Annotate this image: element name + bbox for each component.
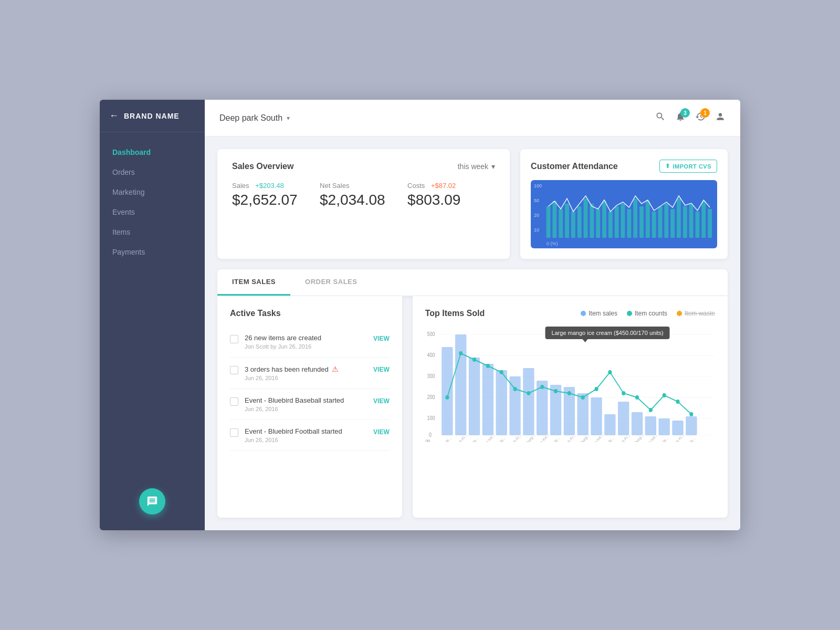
- svg-text:($): ($): [425, 439, 430, 442]
- task-title-1: 26 new items are created: [245, 334, 367, 342]
- attendance-card: Customer Attendance ⬆ IMPORT CVS 100 50 …: [520, 149, 728, 259]
- svg-rect-58: [686, 416, 697, 435]
- svg-rect-42: [469, 358, 480, 435]
- import-button[interactable]: ⬆ IMPORT CVS: [659, 160, 717, 173]
- y-label-10: 10: [534, 227, 542, 233]
- search-button[interactable]: [655, 111, 666, 124]
- svg-rect-44: [496, 370, 507, 435]
- task-view-3[interactable]: VIEW: [373, 397, 390, 405]
- net-sales-metric: Net Sales $2,034.08: [320, 182, 407, 208]
- attendance-header: Customer Attendance ⬆ IMPORT CVS: [531, 160, 717, 173]
- svg-text:300: 300: [427, 373, 435, 379]
- top-items-header: Top Items Sold Item sales Item counts: [425, 309, 715, 318]
- net-sales-value: $2,034.08: [320, 192, 407, 208]
- svg-rect-5: [578, 206, 582, 238]
- sidebar-item-orders[interactable]: Orders: [100, 163, 205, 182]
- tab-order-sales[interactable]: ORDER SALES: [290, 269, 372, 296]
- search-icon: [655, 111, 666, 122]
- tasks-title: Active Tasks: [230, 309, 390, 318]
- svg-point-59: [445, 395, 449, 400]
- y-label-20: 20: [534, 213, 542, 218]
- legend-item-waste: Item waste: [677, 310, 715, 317]
- costs-value: $803.09: [407, 192, 495, 208]
- svg-rect-20: [670, 209, 675, 238]
- store-chevron-icon[interactable]: ▾: [287, 114, 290, 122]
- svg-text:500: 500: [427, 331, 435, 337]
- app-container: ← BRAND NAME Dashboard Orders Marketing …: [100, 100, 740, 530]
- tabs-row: ITEM SALES ORDER SALES: [217, 269, 728, 296]
- svg-point-76: [676, 400, 679, 404]
- svg-point-65: [527, 391, 530, 395]
- svg-rect-12: [621, 204, 625, 238]
- sales-overview-title: Sales Overview: [232, 162, 293, 171]
- sidebar-item-events[interactable]: Events: [100, 203, 205, 222]
- top-items-title: Top Items Sold: [425, 309, 485, 318]
- task-checkbox-3[interactable]: [230, 397, 238, 406]
- svg-point-60: [459, 351, 463, 355]
- svg-text:apple...: apple...: [440, 436, 452, 442]
- tasks-card: Active Tasks 26 new items are created Jo…: [217, 296, 402, 518]
- task-title-2: 3 orders has been refunded ⚠: [245, 365, 367, 373]
- svg-text:Burg...: Burg...: [685, 436, 696, 442]
- cards-row: Sales Overview this week ▾ Sales +$203.4…: [217, 149, 728, 259]
- svg-rect-46: [523, 368, 534, 435]
- svg-point-63: [499, 370, 503, 374]
- svg-rect-19: [664, 204, 668, 238]
- legend-item-sales: Item sales: [581, 310, 617, 317]
- task-view-4[interactable]: VIEW: [373, 428, 390, 436]
- svg-rect-55: [645, 416, 656, 435]
- page-body: Sales Overview this week ▾ Sales +$203.4…: [205, 136, 740, 530]
- net-sales-label: Net Sales: [320, 182, 407, 190]
- svg-point-71: [608, 370, 612, 374]
- chat-button[interactable]: [139, 488, 165, 514]
- sidebar-item-dashboard[interactable]: Dashboard: [100, 143, 205, 162]
- tab-item-sales[interactable]: ITEM SALES: [217, 269, 290, 296]
- attendance-title: Customer Attendance: [531, 162, 618, 171]
- legend-dot-sales: [581, 311, 586, 316]
- sidebar-item-items[interactable]: Items: [100, 223, 205, 242]
- notifications-button[interactable]: 3: [675, 111, 686, 124]
- svg-text:apple...: apple...: [495, 436, 506, 442]
- chart-legend: Item sales Item counts Item waste: [581, 310, 715, 317]
- svg-rect-3: [565, 204, 569, 238]
- svg-point-62: [486, 364, 490, 368]
- svg-rect-41: [455, 334, 466, 435]
- svg-point-68: [568, 391, 571, 395]
- upload-icon: ⬆: [665, 163, 670, 170]
- top-items-card: Top Items Sold Item sales Item counts: [413, 296, 728, 518]
- history-badge: 1: [700, 108, 710, 118]
- back-icon[interactable]: ←: [109, 110, 119, 121]
- task-checkbox-2[interactable]: [230, 366, 238, 374]
- task-item: 3 orders has been refunded ⚠ Jun 26, 201…: [230, 358, 390, 389]
- svg-rect-24: [696, 212, 700, 238]
- period-selector[interactable]: this week ▾: [458, 162, 495, 171]
- svg-rect-45: [509, 376, 520, 435]
- sales-metrics: Sales +$203.48 $2,652.07 Net Sales $2,03…: [232, 182, 495, 208]
- task-checkbox-4[interactable]: [230, 428, 238, 437]
- legend-item-counts: Item counts: [627, 310, 667, 317]
- task-view-2[interactable]: VIEW: [373, 366, 390, 373]
- svg-rect-54: [632, 412, 643, 435]
- svg-rect-23: [689, 204, 694, 238]
- chart-area: Large mango ice cream ($450.00/170 units…: [425, 327, 715, 453]
- svg-rect-15: [639, 206, 644, 238]
- bottom-row: Active Tasks 26 new items are created Jo…: [217, 296, 728, 518]
- legend-label-counts: Item counts: [635, 310, 667, 317]
- svg-point-64: [513, 387, 517, 391]
- svg-rect-10: [608, 212, 613, 238]
- history-button[interactable]: 1: [695, 111, 706, 124]
- topbar-left: Deep park South ▾: [219, 113, 290, 123]
- sidebar-item-payments[interactable]: Payments: [100, 243, 205, 261]
- legend-label-waste: Item waste: [685, 310, 715, 317]
- task-view-1[interactable]: VIEW: [373, 335, 390, 342]
- chat-icon: [146, 496, 158, 507]
- svg-rect-14: [633, 198, 637, 238]
- sidebar-item-marketing[interactable]: Marketing: [100, 183, 205, 202]
- profile-button[interactable]: [715, 111, 726, 124]
- costs-label: Costs +$87.02: [407, 182, 495, 190]
- svg-rect-13: [627, 209, 631, 238]
- svg-rect-43: [482, 364, 493, 435]
- topbar-right: 3 1: [655, 111, 726, 124]
- chart-y-labels: 100 50 20 10: [534, 183, 542, 233]
- task-checkbox-1[interactable]: [230, 335, 238, 343]
